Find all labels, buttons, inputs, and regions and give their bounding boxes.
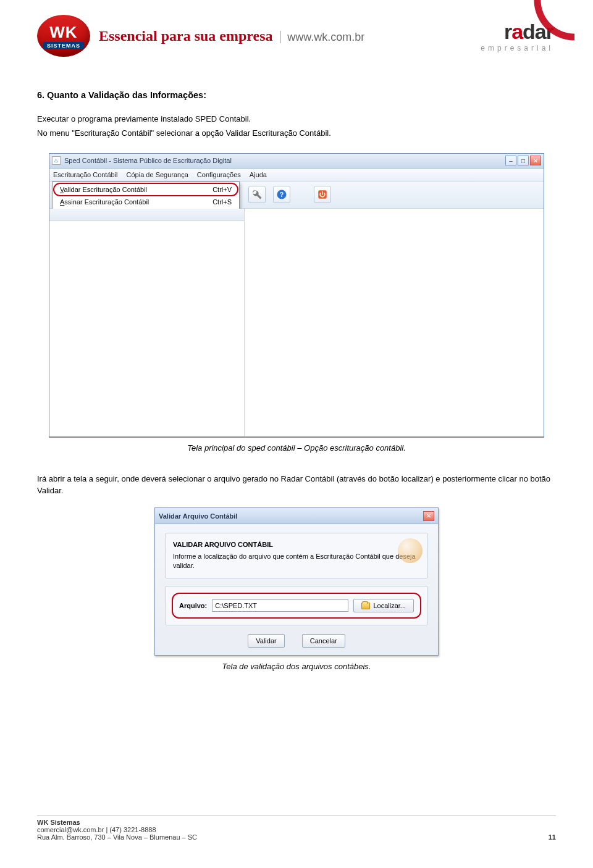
- power-icon: [317, 189, 328, 200]
- svg-text:?: ?: [280, 191, 284, 198]
- toolbar-power-button[interactable]: [314, 186, 331, 203]
- slogan-block: Essencial para sua empresa www.wk.com.br: [99, 28, 364, 44]
- footer-contact: comercial@wk.com.br | (47) 3221-8888: [37, 826, 556, 833]
- menu-ajuda[interactable]: Ajuda: [250, 171, 267, 178]
- dialog-close-button[interactable]: ✕: [423, 511, 434, 521]
- caption-1: Tela principal do sped contábil – Opção …: [37, 443, 556, 453]
- locate-label: Localizar...: [373, 602, 406, 609]
- menu-item-shortcut: Ctrl+S: [212, 198, 232, 206]
- radar-logo: radar empresarial: [481, 20, 556, 52]
- app-title: Sped Contábil - Sistema Público de Escri…: [64, 157, 502, 164]
- menu-item-shortcut: Ctrl+V: [212, 186, 232, 193]
- close-button[interactable]: ✕: [530, 156, 541, 165]
- app-menubar: Escrituração Contábil Cópia de Segurança…: [49, 169, 544, 182]
- toolbar-help-button[interactable]: ?: [273, 186, 290, 203]
- file-path-input[interactable]: [212, 599, 348, 612]
- section-para-3: Irá abrir a tela a seguir, onde deverá s…: [37, 474, 556, 497]
- wk-logo: WK SISTEMAS: [37, 15, 90, 57]
- footer-address: Rua Alm. Barroso, 730 – Vila Nova – Blum…: [37, 833, 197, 841]
- doc-header: WK SISTEMAS Essencial para sua empresa w…: [37, 15, 556, 62]
- section-title: 6. Quanto a Validação das Informações:: [37, 90, 556, 100]
- menu-escrituracao[interactable]: Escrituração Contábil: [53, 171, 118, 178]
- panel-title: VALIDAR ARQUIVO CONTÁBIL: [173, 541, 420, 548]
- tree-pane: [49, 209, 245, 436]
- section-para-1: Executar o programa previamente instalad…: [37, 114, 556, 125]
- dialog-buttons: Validar Cancelar: [165, 634, 428, 648]
- doc-footer: WK Sistemas comercial@wk.com.br | (47) 3…: [37, 816, 556, 841]
- wk-logo-top: WK: [49, 23, 77, 42]
- dialog-title: Validar Arquivo Contábil: [159, 512, 423, 520]
- dialog-info-panel: VALIDAR ARQUIVO CONTÁBIL Informe a local…: [165, 533, 428, 578]
- help-icon: ?: [276, 189, 287, 200]
- menu-item[interactable]: Assinar Escrituração ContábilCtrl+S: [54, 196, 238, 208]
- minimize-button[interactable]: –: [505, 156, 516, 165]
- footer-company: WK Sistemas: [37, 819, 556, 826]
- section-para-2: No menu "Escrituração Contábil" selecion…: [37, 128, 556, 140]
- menu-copia[interactable]: Cópia de Segurança: [127, 171, 188, 178]
- slogan-text: Essencial para sua empresa: [99, 28, 273, 44]
- sped-app-window: ♨ Sped Contábil - Sistema Público de Esc…: [49, 153, 544, 437]
- toolbar-tools-button[interactable]: [248, 186, 266, 203]
- menu-item-label: Validar Escrituração Contábil: [60, 186, 147, 193]
- footer-divider: [37, 816, 556, 816]
- window-buttons: – □ ✕: [505, 156, 541, 165]
- menu-config[interactable]: Configurações: [197, 171, 241, 178]
- caption-2: Tela de validação dos arquivos contábeis…: [37, 662, 556, 671]
- menu-item-label: Assinar Escrituração Contábil: [60, 198, 149, 206]
- section-body: 6. Quanto a Validação das Informações: E…: [37, 90, 556, 140]
- page-number: 11: [549, 833, 556, 841]
- validate-button[interactable]: Validar: [248, 634, 284, 648]
- tree-header: [49, 209, 244, 221]
- file-panel: Arquivo: Localizar...: [165, 586, 428, 625]
- validate-dialog: Validar Arquivo Contábil ✕ VALIDAR ARQUI…: [154, 507, 439, 656]
- wrench-icon: [251, 189, 263, 200]
- dialog-titlebar: Validar Arquivo Contábil ✕: [155, 508, 438, 524]
- slogan-url: www.wk.com.br: [280, 31, 364, 43]
- maximize-button[interactable]: □: [518, 156, 529, 165]
- app-titlebar: ♨ Sped Contábil - Sistema Público de Esc…: [49, 154, 544, 169]
- java-icon: ♨: [52, 156, 61, 165]
- file-field-group: Arquivo: Localizar...: [172, 593, 421, 619]
- locate-button[interactable]: Localizar...: [353, 599, 414, 612]
- file-label: Arquivo:: [179, 602, 207, 609]
- cancel-button[interactable]: Cancelar: [302, 634, 345, 648]
- menu-item[interactable]: Validar Escrituração ContábilCtrl+V: [54, 183, 238, 196]
- panel-text: Informe a localização do arquivo que con…: [173, 552, 420, 570]
- folder-icon: [361, 603, 370, 609]
- wk-logo-bottom: SISTEMAS: [43, 42, 84, 49]
